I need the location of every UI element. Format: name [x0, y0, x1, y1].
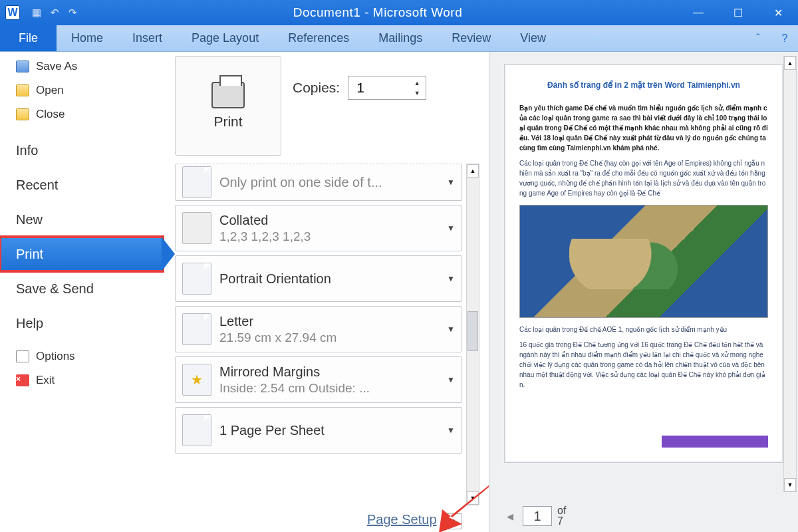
current-page-value: 1	[533, 509, 541, 524]
tab-insert[interactable]: Insert	[118, 25, 177, 51]
setting-size-title: Letter	[219, 314, 336, 329]
page-total: 7	[557, 516, 566, 527]
titlebar: W ▦ ↶ ↷ Document1 - Microsoft Word — ☐ ✕	[0, 0, 798, 25]
scroll-thumb[interactable]	[467, 311, 478, 351]
nav-save-as[interactable]: Save As	[0, 55, 163, 78]
nav-print[interactable]: Print	[0, 237, 163, 271]
copies-value: 1	[356, 80, 364, 96]
printer-icon	[211, 82, 245, 108]
nav-options[interactable]: Options	[0, 344, 163, 368]
chevron-down-icon: ▼	[447, 178, 455, 187]
nav-open[interactable]: Open	[0, 78, 163, 102]
qat-save-icon[interactable]: ▦	[32, 7, 41, 19]
doc-para-4: 16 quốc gia trong Đế Chế tương ứng với 1…	[519, 340, 768, 390]
preview-scroll-down-icon[interactable]: ▼	[784, 478, 796, 491]
tab-file[interactable]: File	[0, 25, 57, 51]
settings-scrollbar[interactable]: ▲ ▼	[466, 164, 479, 505]
preview-scroll-up-icon[interactable]: ▲	[784, 57, 796, 70]
copies-down-icon[interactable]: ▼	[410, 88, 424, 98]
print-button-label: Print	[213, 114, 242, 130]
tab-home[interactable]: Home	[57, 25, 118, 51]
setting-margins-title: Mirrored Margins	[219, 364, 370, 380]
scroll-up-icon[interactable]: ▲	[467, 164, 479, 178]
folder-icon	[16, 108, 29, 120]
copies-label: Copies:	[293, 80, 340, 96]
preview-scrollbar[interactable]: ▲ ▼	[783, 56, 797, 492]
doc-image	[519, 205, 768, 318]
setting-collate-title: Collated	[219, 213, 311, 228]
doc-title: Đánh số trang để in 2 mặt trên Word Taim…	[519, 80, 768, 90]
orientation-icon	[182, 263, 211, 295]
tab-review[interactable]: Review	[437, 25, 505, 51]
print-pane: Print Copies: 1 ▲▼ Only print on one sid…	[163, 52, 489, 532]
copies-up-icon[interactable]: ▲	[410, 78, 424, 88]
maximize-button[interactable]: ☐	[718, 0, 758, 25]
ribbon-tabs: File Home Insert Page Layout References …	[0, 25, 798, 52]
margins-icon	[182, 364, 211, 396]
preview-page: Đánh số trang để in 2 mặt trên Word Taim…	[504, 64, 783, 463]
setting-print-sides[interactable]: Only print on one side of t... ▼	[175, 164, 462, 201]
doc-para-2: Các loại quân trong Đế Chế (hay còn gọi …	[519, 158, 768, 198]
close-window-button[interactable]: ✕	[758, 0, 798, 25]
setting-orientation-title: Portrait Orientation	[219, 271, 331, 287]
setting-collate-sub: 1,2,3 1,2,3 1,2,3	[219, 229, 311, 244]
tab-references[interactable]: References	[273, 25, 364, 51]
window-title: Document1 - Microsoft Word	[77, 5, 678, 20]
doc-highlight-bar	[662, 436, 768, 448]
setting-size-sub: 21.59 cm x 27.94 cm	[219, 331, 336, 345]
nav-close[interactable]: Close	[0, 102, 163, 126]
setting-margins[interactable]: Mirrored MarginsInside: 2.54 cm Outside:…	[175, 356, 462, 403]
qat-redo-icon[interactable]: ↷	[68, 7, 77, 19]
nav-exit[interactable]: ×Exit	[0, 368, 163, 392]
chevron-down-icon: ▼	[447, 325, 455, 334]
setting-paper-size[interactable]: Letter21.59 cm x 27.94 cm ▼	[175, 306, 462, 352]
nav-recent[interactable]: Recent	[0, 168, 163, 202]
nav-save-send[interactable]: Save & Send	[0, 271, 163, 306]
nav-info[interactable]: Info	[0, 133, 163, 168]
chevron-down-icon: ▼	[447, 274, 455, 283]
page-setup-link[interactable]: Page Setup	[367, 512, 437, 527]
chevron-down-icon: ▼	[447, 375, 455, 384]
print-preview: Đánh số trang để in 2 mặt trên Word Taim…	[489, 52, 798, 532]
prev-page-button[interactable]: ◂	[503, 508, 517, 524]
page-setup-dropdown[interactable]: ▼	[444, 513, 462, 529]
page-of-label: of	[557, 505, 566, 516]
doc-para-3: Các loại quân trong Đế chế AOE 1, nguồn …	[519, 325, 768, 334]
paper-icon	[182, 313, 211, 345]
sides-icon	[182, 166, 211, 198]
copies-input[interactable]: 1 ▲▼	[348, 76, 426, 100]
sheet-icon	[182, 414, 211, 446]
exit-icon: ×	[16, 374, 29, 386]
nav-open-label: Open	[36, 84, 64, 97]
tab-view[interactable]: View	[505, 25, 561, 51]
qat-undo-icon[interactable]: ↶	[51, 7, 59, 19]
doc-para-1: Bạn yêu thích game Đế chế và muốn tìm hi…	[519, 103, 768, 153]
word-app-icon: W	[5, 5, 20, 20]
nav-options-label: Options	[36, 350, 75, 363]
nav-help[interactable]: Help	[0, 306, 163, 340]
scroll-down-icon[interactable]: ▼	[467, 491, 479, 505]
setting-margins-sub: Inside: 2.54 cm Outside: ...	[219, 381, 370, 396]
help-icon[interactable]: ?	[771, 25, 798, 51]
chevron-down-icon: ▼	[447, 223, 455, 233]
setting-sides-sub: Only print on one side of t...	[219, 175, 382, 190]
minimize-button[interactable]: —	[678, 0, 718, 25]
collate-icon	[182, 212, 211, 244]
nav-new[interactable]: New	[0, 202, 163, 237]
current-page-input[interactable]: 1	[523, 506, 552, 526]
disk-icon	[16, 61, 29, 72]
setting-sheet-title: 1 Page Per Sheet	[219, 423, 325, 438]
nav-save-as-label: Save As	[36, 60, 77, 73]
tab-page-layout[interactable]: Page Layout	[177, 25, 273, 51]
backstage-nav: Save As Open Close Info Recent New Print…	[0, 52, 163, 532]
setting-orientation[interactable]: Portrait Orientation ▼	[175, 255, 462, 302]
nav-close-label: Close	[36, 108, 65, 121]
ribbon-collapse-icon[interactable]: ˆ	[745, 25, 771, 51]
setting-collate[interactable]: Collated1,2,3 1,2,3 1,2,3 ▼	[175, 205, 462, 251]
print-button[interactable]: Print	[175, 56, 281, 156]
folder-open-icon	[16, 84, 29, 96]
page-navigator: ◂ 1 of7	[503, 505, 566, 527]
page-icon	[16, 350, 29, 362]
tab-mailings[interactable]: Mailings	[364, 25, 437, 51]
setting-pages-per-sheet[interactable]: 1 Page Per Sheet ▼	[175, 407, 462, 454]
